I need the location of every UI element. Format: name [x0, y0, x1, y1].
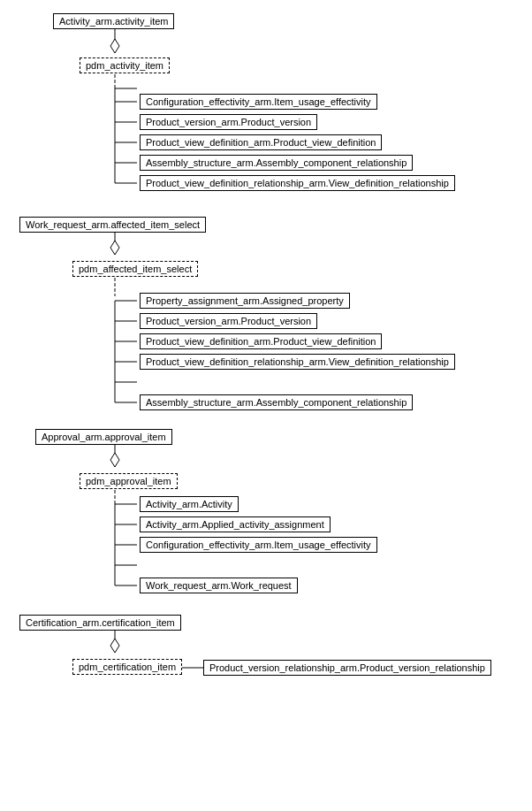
section-1: Activity_arm.activity_item pdm_activity_… — [9, 9, 523, 203]
intermediate-node-1: pdm_activity_item — [80, 57, 170, 73]
intermediate-node-3: pdm_approval_item — [80, 473, 178, 489]
svg-marker-41 — [110, 639, 119, 653]
child-2-1: Property_assignment_arm.Assigned_propert… — [140, 293, 350, 309]
root-node-3: Approval_arm.approval_item — [35, 429, 172, 445]
child-1-4: Assembly_structure_arm.Assembly_componen… — [140, 155, 413, 171]
child-2-3: Product_view_definition_arm.Product_view… — [140, 333, 382, 349]
child-4-1: Product_version_relationship_arm.Product… — [203, 660, 491, 676]
child-2-4: Product_view_definition_relationship_arm… — [140, 354, 455, 370]
child-1-5: Product_view_definition_relationship_arm… — [140, 175, 455, 191]
child-3-1: Activity_arm.Activity — [140, 496, 239, 512]
diagram: Activity_arm.activity_item pdm_activity_… — [0, 0, 532, 699]
root-node-1: Activity_arm.activity_item — [53, 13, 174, 29]
child-1-3: Product_view_definition_arm.Product_view… — [140, 134, 382, 150]
child-1-2: Product_version_arm.Product_version — [140, 114, 317, 130]
section-4: Certification_arm.certification_item pdm… — [9, 610, 523, 681]
child-3-4: Work_request_arm.Work_request — [140, 578, 298, 593]
child-3-2: Activity_arm.Applied_activity_assignment — [140, 516, 331, 532]
svg-marker-1 — [110, 39, 119, 53]
child-2-2: Product_version_arm.Product_version — [140, 313, 317, 329]
child-1-1: Configuration_effectivity_arm.Item_usage… — [140, 94, 377, 110]
child-3-3: Configuration_effectivity_arm.Item_usage… — [140, 537, 377, 553]
svg-marker-29 — [110, 453, 119, 467]
intermediate-node-2: pdm_affected_item_select — [72, 261, 198, 277]
section-3: Approval_arm.approval_item pdm_approval_… — [9, 425, 523, 601]
svg-marker-15 — [110, 241, 119, 255]
root-node-2: Work_request_arm.affected_item_select — [19, 217, 206, 233]
child-2-5: Assembly_structure_arm.Assembly_componen… — [140, 394, 413, 410]
section-2: Work_request_arm.affected_item_select pd… — [9, 212, 523, 416]
intermediate-node-4: pdm_certification_item — [72, 659, 182, 675]
root-node-4: Certification_arm.certification_item — [19, 615, 181, 631]
